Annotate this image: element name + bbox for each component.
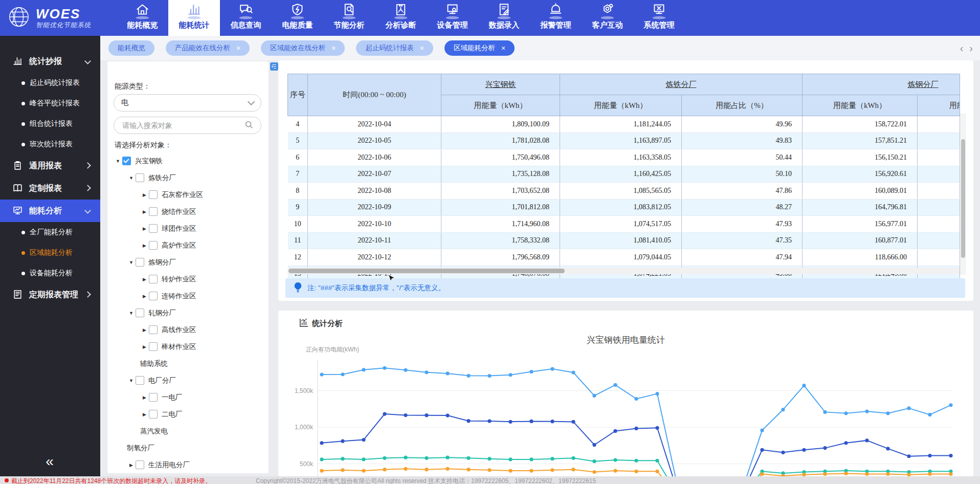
tree-checkbox[interactable] [136, 258, 144, 267]
tree-checkbox[interactable] [149, 190, 158, 199]
tree-node[interactable]: ▶二电厂 [107, 406, 269, 423]
tree-expander-down-icon[interactable]: ▼ [114, 159, 122, 164]
tree-expander-right-icon[interactable]: ▶ [140, 344, 149, 349]
tree-checkbox[interactable] [149, 207, 158, 216]
tree-checkbox[interactable] [149, 241, 158, 250]
sidebar-item[interactable]: 组合统计报表 [0, 114, 100, 134]
nav-item-5[interactable]: 节能分析 [323, 0, 375, 36]
sidebar-item[interactable]: 设备能耗分析 [0, 263, 100, 283]
sidebar-section-1[interactable]: 统计抄报 [0, 50, 100, 73]
tree-expander-right-icon[interactable]: ▶ [140, 209, 149, 214]
nav-item-1[interactable]: 能耗概览 [117, 0, 168, 36]
tree-node[interactable]: ▶烧结作业区 [107, 203, 269, 220]
object-search-input[interactable] [121, 121, 244, 130]
tree-node[interactable]: 蒸汽发电 [107, 423, 269, 439]
tree-node-label[interactable]: 高炉作业区 [162, 241, 196, 250]
tree-node[interactable]: ▶高炉作业区 [107, 237, 269, 254]
tree-checkbox[interactable] [149, 393, 158, 402]
tree-expander-right-icon[interactable]: ▶ [140, 395, 149, 400]
sidebar-item[interactable]: 起止码统计报表 [0, 73, 100, 93]
tab-4[interactable]: 起止码统计报表× [356, 40, 433, 56]
tab-close-icon[interactable]: × [420, 45, 424, 52]
tree-node[interactable]: ▼兴宝钢铁 [107, 152, 269, 169]
tree-node-label[interactable]: 二电厂 [162, 410, 183, 419]
nav-item-9[interactable]: 报警管理 [530, 0, 582, 36]
tree-checkbox[interactable] [149, 410, 158, 419]
nav-item-8[interactable]: 数据录入 [478, 0, 530, 36]
sidebar-item[interactable]: 区域能耗分析 [0, 243, 100, 263]
sidebar-section-5[interactable]: 定期报表管理 [0, 283, 100, 306]
tree-expander-right-icon[interactable]: ▶ [140, 243, 149, 248]
tab-close-icon[interactable]: × [331, 45, 336, 52]
tree-checkbox[interactable] [149, 342, 158, 351]
sidebar-section-3[interactable]: 定制报表 [0, 177, 100, 200]
tree-expander-down-icon[interactable]: ▼ [127, 378, 136, 383]
tree-expander-right-icon[interactable]: ▶ [140, 294, 149, 299]
sidebar-collapse-button[interactable]: « [0, 453, 100, 470]
tree-node[interactable]: ▶连铸作业区 [107, 288, 269, 304]
tree-checkbox[interactable] [149, 224, 158, 233]
energy-type-select[interactable]: 电 [114, 94, 261, 112]
tree-expander-right-icon[interactable]: ▶ [127, 463, 136, 468]
tree-node-label[interactable]: 制氧分厂 [127, 444, 154, 453]
tree-expander-right-icon[interactable]: ▶ [140, 327, 149, 333]
tree-node[interactable]: ▼炼钢分厂 [107, 254, 269, 271]
table-vertical-scrollbar[interactable] [960, 114, 966, 275]
table-row[interactable]: 42022-10-041,809,100.091,181,244.0549.96… [288, 116, 960, 133]
sidebar-item[interactable]: 峰谷平统计报表 [0, 93, 100, 114]
tree-checkbox[interactable] [136, 376, 144, 385]
nav-item-7[interactable]: 设备管理 [427, 0, 478, 36]
tree-checkbox[interactable] [149, 325, 158, 334]
tree-node-label[interactable]: 电厂分厂 [148, 376, 176, 385]
nav-item-11[interactable]: 系统管理 [633, 0, 685, 36]
table-row[interactable]: 122022-10-121,796,568.091,079,044.0547.9… [288, 249, 960, 266]
tree-node-label[interactable]: 兴宝钢铁 [135, 157, 163, 166]
tree-node[interactable]: ▶棒材作业区 [107, 338, 269, 355]
tree-node-label[interactable]: 烧结作业区 [162, 207, 196, 216]
tree-node-label[interactable]: 连铸作业区 [162, 292, 196, 301]
tree-expander-right-icon[interactable]: ▶ [140, 412, 149, 417]
table-row[interactable]: 62022-10-061,750,496.081,163,358.0550.44… [288, 149, 960, 166]
table-row[interactable]: 102022-10-101,714,960.081,074,517.0547.9… [288, 216, 960, 233]
tree-node-label[interactable]: 炼铁分厂 [148, 173, 176, 183]
nav-item-4[interactable]: 电能质量 [272, 0, 323, 36]
tree-checkbox[interactable] [136, 460, 144, 469]
tree-expander-right-icon[interactable]: ▶ [140, 277, 149, 282]
tab-3[interactable]: 区域能效在线分析× [261, 40, 345, 56]
tree-node-label[interactable]: 棒材作业区 [162, 342, 196, 351]
tree-node[interactable]: ▶石灰窑作业区 [107, 186, 269, 203]
nav-item-6[interactable]: 分析诊断 [375, 0, 427, 36]
table-row[interactable]: 72022-10-071,735,128.081,160,425.0550.10… [288, 166, 960, 183]
tree-checkbox[interactable] [136, 309, 144, 317]
tree-node[interactable]: ▶球团作业区 [107, 220, 269, 237]
sidebar-item[interactable]: 班次统计报表 [0, 134, 100, 155]
tree-node-label[interactable]: 一电厂 [162, 393, 183, 402]
tree-node[interactable]: ▶高线作业区 [107, 321, 269, 338]
tree-node-label[interactable]: 转炉作业区 [162, 275, 196, 284]
tree-node-label[interactable]: 球团作业区 [162, 224, 196, 233]
tree-node[interactable]: ▶一电厂 [107, 389, 269, 406]
tab-scroll-left-icon[interactable]: ‹ [960, 42, 964, 54]
tree-expander-down-icon[interactable]: ▼ [127, 175, 136, 181]
nav-item-10[interactable]: 客户互动 [582, 0, 633, 36]
tree-expander-down-icon[interactable]: ▼ [127, 260, 136, 265]
tab-scroll-right-icon[interactable]: › [969, 42, 973, 54]
tree-node[interactable]: 辅助系统 [107, 355, 269, 372]
table-row[interactable]: 52022-10-051,781,028.081,163,897.0549.83… [288, 133, 960, 149]
table-row[interactable]: 112022-10-111,758,332.081,081,410.0547.3… [288, 232, 960, 249]
tree-node-label[interactable]: 高线作业区 [162, 325, 196, 335]
tree-node-label[interactable]: 轧钢分厂 [148, 309, 176, 318]
sidebar-section-2[interactable]: 通用报表 [0, 155, 100, 177]
search-icon[interactable] [244, 120, 254, 131]
tree-node-label[interactable]: 蒸汽发电 [140, 427, 168, 436]
tab-close-icon[interactable]: × [236, 45, 240, 52]
tab-close-icon[interactable]: × [501, 45, 505, 52]
table-horizontal-scrollbar[interactable] [287, 268, 960, 274]
tab-5[interactable]: 区域能耗分析× [444, 40, 515, 56]
nav-item-2[interactable]: 能耗统计 [168, 0, 220, 36]
vscroll-thumb[interactable] [961, 139, 965, 258]
tree-expander-down-icon[interactable]: ▼ [127, 311, 136, 316]
table-row[interactable]: 82022-10-081,703,652.081,085,565.0547.86… [288, 183, 960, 200]
tab-1[interactable]: 能耗概览 [108, 40, 154, 56]
tree-node[interactable]: ▼轧钢分厂 [107, 304, 269, 321]
